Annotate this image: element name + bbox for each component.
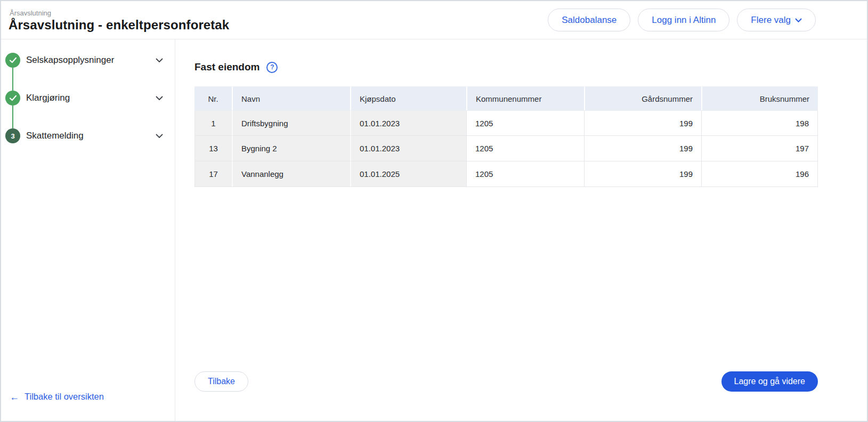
cell-bruksnummer[interactable]: 198 bbox=[701, 110, 818, 136]
chevron-down-icon bbox=[156, 58, 163, 63]
cell-kjopsdato: 01.01.2023 bbox=[350, 136, 466, 161]
cell-kommunenummer[interactable]: 1205 bbox=[466, 161, 584, 187]
more-options-button-label: Flere valg bbox=[751, 15, 791, 26]
altinn-login-button[interactable]: Logg inn i Altinn bbox=[638, 9, 729, 31]
page-title: Årsavslutning - enkeltpersonforetak bbox=[9, 18, 229, 33]
table-header-row: Nr. Navn Kjøpsdato Kommunenummer Gårdsnu… bbox=[194, 86, 818, 110]
cell-bruksnummer[interactable]: 197 bbox=[701, 136, 818, 161]
table-row: 17 Vannanlegg 01.01.2025 1205 199 196 bbox=[194, 161, 818, 187]
cell-kjopsdato: 01.01.2023 bbox=[350, 110, 466, 136]
body-row: Selskapsopplysninger Klargjøring 3 Skatt… bbox=[1, 39, 867, 421]
title-block: Årsavslutning Årsavslutning - enkeltpers… bbox=[9, 8, 229, 33]
cell-gardsnummer[interactable]: 199 bbox=[584, 161, 701, 187]
chevron-down-icon bbox=[795, 15, 802, 26]
step-label: Klargjøring bbox=[26, 93, 70, 103]
app-window: Årsavslutning Årsavslutning - enkeltpers… bbox=[0, 0, 868, 422]
save-and-continue-button[interactable]: Lagre og gå videre bbox=[721, 371, 818, 392]
cell-nr: 1 bbox=[194, 110, 232, 136]
back-button[interactable]: Tilbake bbox=[194, 371, 248, 392]
column-header-gardsnummer: Gårdsnummer bbox=[584, 86, 701, 110]
column-header-kommunenummer: Kommunenummer bbox=[466, 86, 584, 110]
step-label: Skattemelding bbox=[26, 131, 84, 141]
table-row: 1 Driftsbygning 01.01.2023 1205 199 198 bbox=[194, 110, 818, 136]
main-footer: Tilbake Lagre og gå videre bbox=[194, 371, 818, 392]
cell-kommunenummer[interactable]: 1205 bbox=[466, 110, 584, 136]
step-done-check-icon bbox=[5, 91, 20, 106]
cell-bruksnummer[interactable]: 196 bbox=[701, 161, 818, 187]
altinn-login-button-label: Logg inn i Altinn bbox=[652, 15, 716, 26]
step-label: Selskapsopplysninger bbox=[26, 55, 114, 66]
help-icon[interactable]: ? bbox=[266, 62, 278, 73]
cell-navn: Vannanlegg bbox=[232, 161, 350, 187]
step-number-badge: 3 bbox=[5, 128, 20, 143]
top-header: Årsavslutning Årsavslutning - enkeltpers… bbox=[1, 1, 867, 39]
back-to-overview-link[interactable]: ← Tilbake til oversikten bbox=[10, 392, 104, 402]
sidebar: Selskapsopplysninger Klargjøring 3 Skatt… bbox=[1, 39, 175, 421]
step-connector-line bbox=[12, 106, 13, 128]
header-actions: Saldobalanse Logg inn i Altinn Flere val… bbox=[548, 9, 816, 31]
section-title: Fast eiendom bbox=[194, 61, 259, 73]
column-header-bruksnummer: Bruksnummer bbox=[701, 86, 818, 110]
cell-gardsnummer[interactable]: 199 bbox=[584, 110, 701, 136]
column-header-navn: Navn bbox=[232, 86, 350, 110]
property-table: Nr. Navn Kjøpsdato Kommunenummer Gårdsnu… bbox=[194, 86, 818, 187]
cell-navn: Driftsbygning bbox=[232, 110, 350, 136]
saldobalanse-button[interactable]: Saldobalanse bbox=[548, 9, 630, 31]
sidebar-step-selskapsopplysninger[interactable]: Selskapsopplysninger bbox=[5, 53, 166, 68]
cell-kommunenummer[interactable]: 1205 bbox=[466, 136, 584, 161]
saldobalanse-button-label: Saldobalanse bbox=[562, 15, 616, 26]
section-head: Fast eiendom ? bbox=[194, 61, 818, 73]
chevron-down-icon bbox=[156, 96, 163, 101]
cell-nr: 13 bbox=[194, 136, 232, 161]
cell-navn: Bygning 2 bbox=[232, 136, 350, 161]
step-connector-line bbox=[12, 68, 13, 91]
back-to-overview-label: Tilbake til oversikten bbox=[25, 392, 104, 402]
chevron-down-icon bbox=[156, 134, 163, 139]
sidebar-step-klargjoring[interactable]: Klargjøring bbox=[5, 91, 166, 106]
column-header-kjopsdato: Kjøpsdato bbox=[350, 86, 466, 110]
cell-nr: 17 bbox=[194, 161, 232, 187]
main-content: Fast eiendom ? Nr. Navn Kjøpsdato Kommun… bbox=[175, 39, 868, 421]
column-header-nr: Nr. bbox=[194, 86, 232, 110]
sidebar-step-skattemelding[interactable]: 3 Skattemelding bbox=[5, 128, 166, 143]
left-arrow-icon: ← bbox=[10, 392, 19, 402]
table-row: 13 Bygning 2 01.01.2023 1205 199 197 bbox=[194, 136, 818, 161]
more-options-button[interactable]: Flere valg bbox=[737, 9, 816, 31]
breadcrumb: Årsavslutning bbox=[9, 9, 229, 17]
cell-kjopsdato: 01.01.2025 bbox=[350, 161, 466, 187]
step-done-check-icon bbox=[5, 53, 20, 68]
cell-gardsnummer[interactable]: 199 bbox=[584, 136, 701, 161]
